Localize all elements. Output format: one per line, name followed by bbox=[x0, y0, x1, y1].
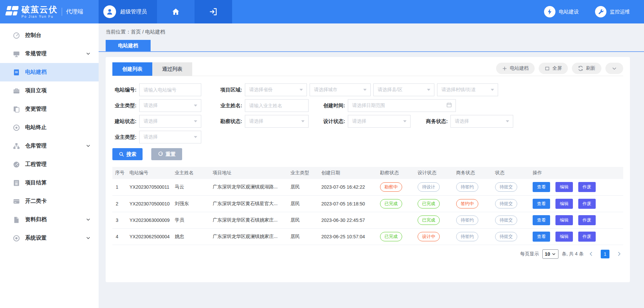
owner-name-input[interactable] bbox=[245, 99, 309, 112]
sidebar-item-label: 项目立项 bbox=[25, 87, 47, 94]
city-select[interactable]: 请选择城市 bbox=[310, 83, 371, 96]
sidebar-item-project-settlement[interactable]: 项目结算 bbox=[0, 174, 99, 192]
view-button[interactable]: 查看 bbox=[533, 199, 550, 209]
bolt-icon bbox=[544, 6, 555, 17]
fullscreen-button[interactable]: 全屏 bbox=[539, 63, 568, 74]
cell-owner: 马云 bbox=[173, 179, 211, 195]
sitemap-icon bbox=[13, 142, 20, 150]
cell-address: 广东深圳龙华区黄石镇星官大... bbox=[211, 195, 288, 212]
cell-owner: 姚忠 bbox=[173, 228, 211, 245]
home-button[interactable] bbox=[157, 0, 195, 23]
chevron-left-icon bbox=[588, 251, 594, 257]
void-button[interactable]: 作废 bbox=[578, 232, 596, 242]
logo: 破茧云伏 Po Jian Yun Fu 代理端 bbox=[0, 0, 99, 23]
select-arrow-icon bbox=[427, 89, 430, 91]
select-arrow-icon bbox=[301, 120, 305, 122]
per-page-select[interactable]: 10 bbox=[542, 249, 558, 259]
sidebar-item-warehouse-mgmt[interactable]: 仓库管理 bbox=[0, 137, 99, 155]
select-placeholder: 请选择 bbox=[144, 134, 158, 140]
edit-button[interactable]: 编辑 bbox=[555, 232, 573, 242]
header-nav: 电站建设 监控运维 bbox=[544, 0, 644, 23]
filter-label: 设计状态: bbox=[321, 118, 345, 125]
owner-type-select[interactable]: 请选择 bbox=[139, 99, 201, 112]
edit-button[interactable]: 编辑 bbox=[555, 215, 573, 225]
view-button[interactable]: 查看 bbox=[533, 215, 550, 225]
void-button[interactable]: 作废 bbox=[578, 182, 596, 192]
next-page-button[interactable] bbox=[616, 251, 622, 257]
select-placeholder: 请选择 bbox=[455, 118, 469, 124]
logo-subtitle: Po Jian Yun Fu bbox=[21, 15, 58, 18]
sidebar-item-system-settings[interactable]: 系统设置 bbox=[0, 229, 99, 247]
col-header: 序号 bbox=[112, 167, 127, 179]
province-select[interactable]: 请选择省份 bbox=[245, 83, 307, 96]
page-tab-station-archive[interactable]: 电站建档 bbox=[106, 40, 151, 51]
business-status-select[interactable]: 请选择 bbox=[450, 115, 513, 128]
sidebar-item-general-mgmt[interactable]: 常规管理 bbox=[0, 45, 99, 63]
pagination: 每页显示 10 条, 共 4 条 1 bbox=[112, 249, 623, 259]
copy-icon bbox=[13, 106, 20, 113]
create-time-range-picker[interactable]: 请选择日期范围 bbox=[348, 99, 456, 112]
select-placeholder: 请选择 bbox=[249, 118, 263, 124]
page-number-button[interactable]: 1 bbox=[601, 250, 609, 258]
fullscreen-icon bbox=[545, 66, 550, 71]
cell-no: 2 bbox=[112, 195, 127, 212]
chevron-down-icon bbox=[612, 66, 617, 71]
select-placeholder: 请选择 bbox=[352, 118, 366, 124]
void-button[interactable]: 作废 bbox=[578, 215, 596, 225]
edit-button[interactable]: 编辑 bbox=[555, 182, 573, 192]
status-badge: 已完成 bbox=[380, 199, 402, 208]
county-select[interactable]: 请选择县/区 bbox=[373, 83, 434, 96]
logout-button[interactable] bbox=[195, 0, 232, 23]
table-row: 3 YX2023063000009 学员 广东深圳龙华区黄石镇姚家庄... 居民… bbox=[112, 212, 623, 228]
sidebar-item-dashboard[interactable]: 控制台 bbox=[0, 26, 99, 45]
sidebar-item-station-terminate[interactable]: 电站终止 bbox=[0, 118, 99, 137]
nav-station-build[interactable]: 电站建设 bbox=[544, 6, 579, 17]
view-button[interactable]: 查看 bbox=[533, 182, 550, 192]
cell-address: 广东深圳龙华区观澜镇观湖路... bbox=[211, 179, 288, 195]
monitor-icon bbox=[13, 50, 20, 58]
search-icon bbox=[119, 151, 124, 157]
user-menu[interactable]: 超级管理员 bbox=[99, 0, 157, 23]
town-select[interactable]: 请选择村镇/街道 bbox=[437, 83, 498, 96]
sidebar-item-change-mgmt[interactable]: 变更管理 bbox=[0, 100, 99, 118]
sidebar-item-station-archive[interactable]: 电站建档 bbox=[0, 63, 99, 81]
build-status-select[interactable]: 请选择 bbox=[139, 115, 201, 128]
collapse-toolbar-button[interactable] bbox=[605, 63, 623, 74]
card-icon bbox=[13, 198, 20, 205]
search-label: 搜索 bbox=[126, 151, 137, 158]
user-name: 超级管理员 bbox=[120, 8, 147, 15]
filter-row-1: 电站编号: 项目区域: 请选择省份 请选择城市 请选择县/区 请选择村镇/街道 bbox=[112, 83, 623, 96]
survey-status-select[interactable]: 请选择 bbox=[245, 115, 309, 128]
tab-passed-list[interactable]: 通过列表 bbox=[152, 62, 192, 76]
station-code-input[interactable] bbox=[139, 83, 201, 96]
chevron-down-icon bbox=[552, 252, 556, 256]
sidebar-item-data-archive[interactable]: 资料归档 bbox=[0, 210, 99, 229]
tab-create-list[interactable]: 创建列表 bbox=[112, 62, 152, 76]
refresh-button[interactable]: 刷新 bbox=[572, 63, 601, 74]
design-status-select[interactable]: 请选择 bbox=[348, 115, 411, 128]
select-placeholder: 请选择县/区 bbox=[378, 87, 402, 93]
select-arrow-icon bbox=[194, 136, 197, 138]
select-arrow-icon bbox=[491, 89, 494, 91]
edit-button[interactable]: 编辑 bbox=[555, 199, 573, 209]
reset-label: 重置 bbox=[166, 151, 176, 158]
reset-button[interactable]: 重置 bbox=[151, 148, 182, 160]
breadcrumb-prefix: 当前位置： bbox=[106, 29, 131, 35]
select-placeholder: 请选择城市 bbox=[314, 87, 337, 93]
sidebar-item-type2-card[interactable]: 开二类卡 bbox=[0, 192, 99, 210]
view-button[interactable]: 查看 bbox=[533, 232, 550, 242]
sidebar-item-project-initiation[interactable]: 项目立项 bbox=[0, 81, 99, 100]
void-button[interactable]: 作废 bbox=[578, 199, 596, 209]
sidebar-item-engineering-mgmt[interactable]: 工程管理 bbox=[0, 155, 99, 174]
cell-code: YX2023070500010 bbox=[127, 195, 173, 212]
table-row: 4 YX2023062500004 姚忠 广东深圳龙华区观澜镇姚家庄... 居民… bbox=[112, 228, 623, 245]
sidebar-item-label: 开二类卡 bbox=[25, 198, 47, 205]
date-placeholder: 请选择日期范围 bbox=[352, 103, 385, 109]
add-station-button[interactable]: 电站建档 bbox=[496, 63, 535, 74]
search-button[interactable]: 搜索 bbox=[112, 148, 143, 160]
select-arrow-icon bbox=[363, 89, 367, 91]
nav-monitor-ops[interactable]: 监控运维 bbox=[595, 6, 630, 17]
prev-page-button[interactable] bbox=[588, 251, 594, 257]
owner-type2-select[interactable]: 请选择 bbox=[139, 131, 201, 143]
filter-label: 勘察状态: bbox=[218, 118, 242, 125]
